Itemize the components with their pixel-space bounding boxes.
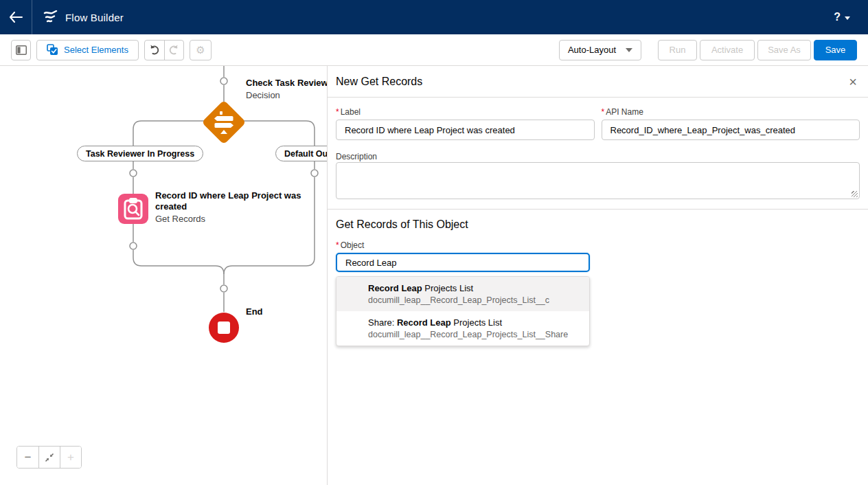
get-records-node-title: Record ID where Leap Project was created bbox=[155, 190, 327, 212]
flow-settings-button[interactable]: ⚙ bbox=[190, 40, 212, 60]
object-input[interactable] bbox=[336, 253, 590, 272]
undo-button[interactable] bbox=[145, 41, 164, 60]
back-button[interactable] bbox=[0, 0, 32, 34]
back-arrow-icon bbox=[9, 12, 23, 23]
connector-add-node[interactable] bbox=[311, 170, 318, 177]
panel-body: *Label *API Name Description Get Records… bbox=[328, 98, 868, 346]
description-input[interactable] bbox=[336, 162, 860, 199]
end-node-icon[interactable] bbox=[209, 313, 239, 343]
api-name-field: *API Name bbox=[602, 107, 860, 140]
section-title: Get Records of This Object bbox=[336, 218, 860, 231]
undo-redo-group bbox=[144, 40, 184, 60]
option-api-name: documill_leap__Record_Leap_Projects_List… bbox=[368, 295, 581, 305]
required-marker: * bbox=[336, 107, 339, 117]
required-marker: * bbox=[336, 240, 339, 250]
redo-button[interactable] bbox=[164, 41, 183, 60]
connector-add-node[interactable] bbox=[220, 285, 227, 292]
zoom-out-button[interactable]: − bbox=[17, 447, 38, 468]
object-dropdown-listbox: Record Leap Projects List documill_leap_… bbox=[336, 276, 590, 346]
plus-icon: + bbox=[67, 451, 74, 464]
activate-button[interactable]: Activate bbox=[700, 40, 755, 60]
flow-canvas[interactable]: Check Task Reviewer Decision Task Review… bbox=[0, 66, 328, 485]
object-field-label: *Object bbox=[336, 240, 590, 250]
label-field: *Label bbox=[336, 107, 595, 140]
toolbar-right-group: Auto-Layout Run Activate Save As Save bbox=[559, 40, 857, 60]
description-field-label: Description bbox=[336, 152, 377, 161]
label-input[interactable] bbox=[336, 120, 595, 140]
fit-view-icon bbox=[45, 453, 54, 462]
select-elements-button[interactable]: Select Elements bbox=[36, 40, 139, 60]
get-records-node-icon[interactable] bbox=[118, 194, 148, 224]
close-panel-button[interactable]: × bbox=[849, 75, 857, 89]
label-field-label: *Label bbox=[336, 107, 595, 117]
object-field: *Object bbox=[336, 240, 590, 272]
panel-header: New Get Records × bbox=[328, 66, 868, 98]
resize-grip-icon[interactable] bbox=[852, 191, 858, 197]
get-records-node-type: Get Records bbox=[155, 214, 327, 224]
decision-node-title: Check Task Reviewer bbox=[246, 78, 328, 88]
auto-layout-dropdown[interactable]: Auto-Layout bbox=[559, 40, 641, 60]
toggle-toolbox-button[interactable] bbox=[11, 40, 31, 60]
end-node-label: End bbox=[246, 306, 263, 317]
required-marker: * bbox=[602, 107, 605, 117]
select-elements-label: Select Elements bbox=[64, 45, 128, 55]
help-menu[interactable]: ? bbox=[834, 11, 868, 23]
branch-pill-task-reviewer-in-progress[interactable]: Task Reviewer In Progress bbox=[77, 146, 203, 161]
decision-node-type: Decision bbox=[246, 90, 328, 100]
main-area: Check Task Reviewer Decision Task Review… bbox=[0, 66, 868, 485]
api-name-input[interactable] bbox=[602, 120, 860, 140]
section-divider bbox=[328, 209, 868, 210]
flow-connectors bbox=[0, 66, 328, 485]
gear-icon: ⚙ bbox=[196, 44, 205, 56]
multi-select-icon bbox=[47, 44, 58, 56]
object-option-share-record-leap-projects-list[interactable]: Share: Record Leap Projects List documil… bbox=[336, 311, 589, 346]
api-name-field-label: *API Name bbox=[602, 107, 860, 117]
description-field: Description bbox=[336, 150, 860, 199]
panel-title: New Get Records bbox=[336, 76, 422, 88]
branch-pill-default-outcome[interactable]: Default Outcome bbox=[275, 146, 328, 161]
flow-builder-app: Flow Builder ? Select Elements bbox=[0, 0, 868, 485]
flow-builder-logo-icon bbox=[43, 10, 58, 24]
chevron-down-icon bbox=[626, 48, 632, 52]
new-get-records-panel: New Get Records × *Label *API Name bbox=[328, 66, 868, 485]
object-option-record-leap-projects-list[interactable]: Record Leap Projects List documill_leap_… bbox=[336, 277, 589, 311]
decision-node-label: Check Task Reviewer Decision bbox=[246, 78, 328, 100]
save-as-button[interactable]: Save As bbox=[757, 40, 811, 60]
get-records-node-label: Record ID where Leap Project was created… bbox=[155, 190, 327, 224]
zoom-fit-button[interactable] bbox=[38, 447, 60, 468]
connector-add-node[interactable] bbox=[130, 242, 137, 249]
zoom-in-button[interactable]: + bbox=[60, 447, 81, 468]
option-api-name: documill_leap__Record_Leap_Projects_List… bbox=[368, 330, 581, 339]
help-icon[interactable]: ? bbox=[834, 11, 841, 23]
canvas-zoom-controls: − + bbox=[16, 446, 82, 469]
auto-layout-label: Auto-Layout bbox=[568, 45, 616, 55]
close-icon: × bbox=[849, 74, 857, 89]
help-caret-icon bbox=[845, 16, 850, 20]
option-label: Record Leap Projects List bbox=[368, 283, 581, 293]
save-button[interactable]: Save bbox=[814, 40, 857, 60]
app-title: Flow Builder bbox=[65, 12, 124, 23]
connector-add-node[interactable] bbox=[130, 170, 137, 177]
flow-toolbar: Select Elements ⚙ Auto-Layout bbox=[0, 34, 868, 66]
panel-toggle-icon bbox=[16, 45, 27, 55]
undo-icon bbox=[149, 45, 160, 55]
run-button[interactable]: Run bbox=[658, 40, 697, 60]
option-label: Share: Record Leap Projects List bbox=[368, 317, 581, 328]
minus-icon: − bbox=[25, 451, 32, 464]
top-navbar: Flow Builder ? bbox=[0, 0, 868, 34]
decision-node-icon[interactable] bbox=[201, 100, 246, 144]
connector-add-node[interactable] bbox=[220, 78, 227, 84]
redo-icon bbox=[168, 45, 179, 55]
